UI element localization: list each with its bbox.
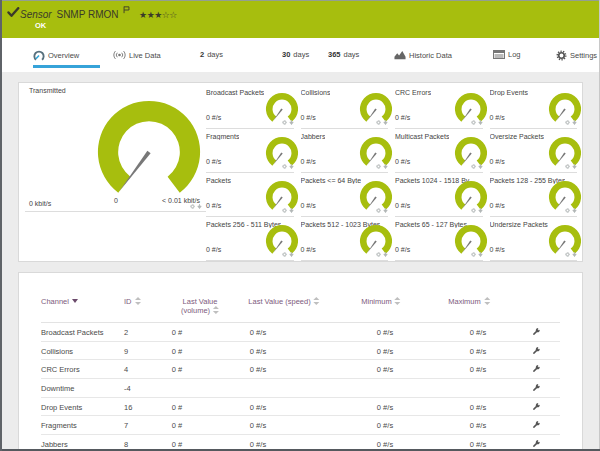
channel-settings-wrench-icon[interactable] — [531, 364, 541, 376]
table-row[interactable]: CRC Errors 4 0 # 0 #/s 0 #/s 0 #/s — [41, 360, 560, 379]
tab-bar: Overview Live Data 2days 30days 365days … — [0, 38, 600, 72]
channel-settings-wrench-icon[interactable] — [531, 346, 541, 358]
column-header-id[interactable]: ID — [124, 297, 141, 306]
channel-gear-icon[interactable] — [471, 164, 476, 169]
main-gauge-transmitted[interactable]: Transmitted 0 < 0.01 kbit/s 0 kbit/s — [25, 83, 206, 212]
table-row[interactable]: Fragments 7 0 # 0 #/s 0 #/s 0 #/s — [41, 416, 560, 435]
channel-settings-wrench-icon[interactable] — [531, 327, 541, 339]
channel-pin-icon[interactable] — [383, 208, 388, 213]
cell-maximum: 0 #/s — [470, 403, 486, 412]
channel-gauge-cell[interactable]: CRC Errors 0 #/s — [395, 85, 490, 129]
channel-gauge-cell[interactable]: Multicast Packets 0 #/s — [395, 129, 490, 173]
channel-gear-icon[interactable] — [471, 208, 476, 213]
tab-overview[interactable]: Overview — [33, 50, 79, 61]
channel-gear-icon[interactable] — [471, 252, 476, 257]
gauge-value: 0 kbit/s — [29, 200, 51, 207]
channel-pin-icon[interactable] — [572, 120, 577, 125]
channel-gear-icon[interactable] — [565, 208, 570, 213]
channel-settings-wrench-icon[interactable] — [531, 439, 541, 451]
channel-gear-icon[interactable] — [282, 164, 287, 169]
gauge-value: 0 #/s — [206, 114, 221, 121]
channel-gear-icon[interactable] — [282, 208, 287, 213]
channel-gauge-cell[interactable]: Undersize Packets 0 #/s — [490, 217, 585, 261]
table-row[interactable]: Drop Events 16 0 # 0 #/s 0 #/s 0 #/s — [41, 398, 560, 417]
channel-settings-wrench-icon[interactable] — [531, 420, 541, 432]
table-row[interactable]: Collisions 9 0 # 0 #/s 0 #/s 0 #/s — [41, 342, 560, 361]
channel-pin-icon[interactable] — [289, 164, 294, 169]
channel-pin-icon[interactable] — [478, 164, 483, 169]
channel-pin-icon[interactable] — [572, 252, 577, 257]
gauge-value: 0 #/s — [206, 246, 221, 253]
channel-gauge-cell[interactable]: Broadcast Packets 0 #/s — [206, 85, 301, 129]
channel-pin-icon[interactable] — [478, 252, 483, 257]
priority-stars[interactable]: ★★★☆☆ — [139, 10, 177, 20]
channel-gauge-cell[interactable]: Packets 0 #/s — [206, 173, 301, 217]
channel-gauge-cell[interactable]: Oversize Packets 0 #/s — [490, 129, 585, 173]
live-data-icon — [113, 50, 126, 60]
channel-gear-icon[interactable] — [190, 204, 195, 209]
tab-live-data[interactable]: Live Data — [113, 50, 161, 60]
tab-settings[interactable]: Settings — [556, 50, 597, 61]
channel-gear-icon[interactable] — [565, 164, 570, 169]
cell-last-value-volume: 0 # — [172, 403, 182, 412]
column-header-last-value-volume[interactable]: Last Value(volume) — [181, 297, 219, 315]
channel-settings-wrench-icon[interactable] — [531, 383, 541, 395]
channel-pin-icon[interactable] — [197, 204, 202, 209]
cell-last-value-speed: 0 #/s — [250, 440, 266, 449]
gauge-label: Transmitted — [29, 87, 66, 94]
column-header-last-value-speed[interactable]: Last Value (speed) — [248, 297, 319, 306]
channel-gauge-cell[interactable]: Fragments 0 #/s — [206, 129, 301, 173]
channel-gear-icon[interactable] — [565, 120, 570, 125]
channel-settings-wrench-icon[interactable] — [531, 402, 541, 414]
channel-gauge-cell[interactable]: Packets 256 - 511 Bytes 0 #/s — [206, 217, 301, 261]
prtg-sensor-page: Sensor SNMP RMON ★★★☆☆ OK Overview Live … — [0, 0, 600, 451]
column-header-minimum[interactable]: Minimum — [361, 297, 400, 306]
flag-icon[interactable] — [123, 6, 130, 14]
channel-gauge-cell[interactable]: Packets <= 64 Byte 0 #/s — [301, 173, 396, 217]
channel-gauge-cell[interactable]: Jabbers 0 #/s — [301, 129, 396, 173]
tab-365-days[interactable]: 365days — [328, 50, 359, 59]
channel-gear-icon[interactable] — [565, 252, 570, 257]
channel-gear-icon[interactable] — [282, 120, 287, 125]
channel-pin-icon[interactable] — [478, 120, 483, 125]
cell-minimum: 0 #/s — [377, 403, 393, 412]
channel-pin-icon[interactable] — [289, 252, 294, 257]
gauge-label: Packets — [206, 177, 231, 184]
channel-gear-icon[interactable] — [376, 120, 381, 125]
table-row[interactable]: Broadcast Packets 2 0 # 0 #/s 0 #/s 0 #/… — [41, 323, 560, 342]
channel-pin-icon[interactable] — [383, 120, 388, 125]
cell-maximum: 0 #/s — [470, 347, 486, 356]
channel-gauge-cell[interactable]: Packets 65 - 127 Bytes 0 #/s — [395, 217, 490, 261]
tab-30-days[interactable]: 30days — [282, 50, 309, 59]
tab-historic-data[interactable]: Historic Data — [394, 50, 452, 60]
channel-pin-icon[interactable] — [383, 252, 388, 257]
channel-pin-icon[interactable] — [572, 164, 577, 169]
table-row[interactable]: Jabbers 8 0 # 0 #/s 0 #/s 0 #/s — [41, 435, 560, 451]
column-header-channel[interactable]: Channel — [41, 297, 78, 306]
channel-pin-icon[interactable] — [383, 164, 388, 169]
channel-gear-icon[interactable] — [376, 208, 381, 213]
gauge-label: Oversize Packets — [490, 133, 544, 140]
channel-gauge-cell[interactable]: Collisions 0 #/s — [301, 85, 396, 129]
channel-gauge-cell[interactable]: Packets 128 - 255 Bytes 0 #/s — [490, 173, 585, 217]
channel-gauge-cell[interactable]: Packets 512 - 1023 Bytes 0 #/s — [301, 217, 396, 261]
column-header-maximum[interactable]: Maximum — [448, 297, 490, 306]
cell-channel: Downtime — [41, 384, 74, 393]
channel-pin-icon[interactable] — [289, 120, 294, 125]
cell-id: -4 — [124, 384, 131, 393]
channel-gear-icon[interactable] — [282, 252, 287, 257]
channel-gear-icon[interactable] — [376, 164, 381, 169]
tab-2-days[interactable]: 2days — [200, 50, 223, 59]
channel-gauge-cell[interactable]: Packets 1024 - 1518 Bytes 0 #/s — [395, 173, 490, 217]
tab-log[interactable]: Log — [493, 50, 521, 59]
channel-pin-icon[interactable] — [289, 208, 294, 213]
gauge-value: 0 #/s — [206, 158, 221, 165]
channel-pin-icon[interactable] — [478, 208, 483, 213]
channel-gauge-cell[interactable]: Drop Events 0 #/s — [490, 85, 585, 129]
channel-pin-icon[interactable] — [572, 208, 577, 213]
channel-gear-icon[interactable] — [471, 120, 476, 125]
gauge-value: 0 #/s — [395, 114, 410, 121]
cell-channel: Fragments — [41, 421, 77, 430]
table-row[interactable]: Downtime -4 — [41, 379, 560, 398]
channel-gear-icon[interactable] — [376, 252, 381, 257]
